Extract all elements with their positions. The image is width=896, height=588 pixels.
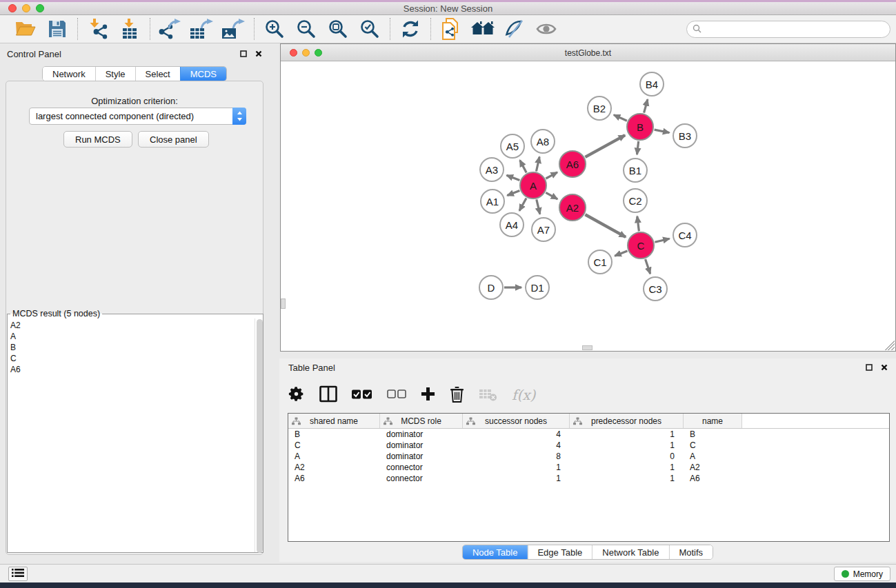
graph-node-A7[interactable]: A7 xyxy=(531,217,556,242)
table-row[interactable]: A6connector11A6 xyxy=(288,473,889,484)
graph-node-C1[interactable]: C1 xyxy=(588,250,613,274)
table-row[interactable]: A2connector11A2 xyxy=(288,462,889,473)
graph-node-B[interactable]: B xyxy=(626,113,654,141)
network-window-titlebar[interactable]: testGlobe.txt xyxy=(281,44,895,61)
mcds-result-item[interactable]: B xyxy=(10,342,255,353)
network-document-button[interactable] xyxy=(438,17,464,41)
scrollbar-thumb[interactable] xyxy=(257,319,263,553)
search-box[interactable] xyxy=(686,21,890,38)
memory-status-icon xyxy=(842,570,849,578)
task-history-button[interactable] xyxy=(8,567,28,581)
mcds-result-scrollbar[interactable] xyxy=(255,318,263,552)
add-column-icon xyxy=(421,387,435,403)
graph-node-A[interactable]: A xyxy=(519,172,547,199)
mcds-result-item[interactable]: C xyxy=(10,353,255,364)
table-row[interactable]: Cdominator41C xyxy=(288,440,889,451)
criterion-select[interactable]: largest connected component (directed) xyxy=(29,108,246,125)
zoom-in-button[interactable] xyxy=(261,17,288,41)
graph-node-B1[interactable]: B1 xyxy=(623,158,648,183)
close-panel-button[interactable]: Close panel xyxy=(138,131,209,148)
network-vertical-scrollbar-thumb[interactable] xyxy=(281,298,286,309)
table-row[interactable]: Bdominator41B xyxy=(288,429,889,440)
graph-node-A1[interactable]: A1 xyxy=(480,189,505,214)
delete-table-icon xyxy=(479,387,497,403)
graph-node-A3[interactable]: A3 xyxy=(479,157,504,182)
search-input[interactable] xyxy=(701,23,890,37)
float-panel-icon[interactable] xyxy=(239,49,248,59)
home-button[interactable] xyxy=(470,17,496,41)
column-header-MCDS-role[interactable]: MCDS role xyxy=(380,414,463,428)
graph-node-A8[interactable]: A8 xyxy=(530,129,555,154)
tab-motifs[interactable]: Motifs xyxy=(668,545,713,559)
graph-node-A6[interactable]: A6 xyxy=(559,150,586,178)
tab-edge-table[interactable]: Edge Table xyxy=(527,545,592,559)
graph-node-A2[interactable]: A2 xyxy=(559,194,586,221)
network-canvas[interactable]: B4B2BB3A5A8A6A3B1AA1C2A2A4A7CC4C1C3DD1 xyxy=(281,61,895,351)
column-layout-button[interactable] xyxy=(319,384,337,406)
column-header-predecessor-nodes[interactable]: predecessor nodes xyxy=(570,414,684,428)
network-horizontal-scrollbar-thumb[interactable] xyxy=(582,345,593,350)
mcds-result-list[interactable]: A2ABCA6 xyxy=(8,318,255,552)
open-file-button[interactable] xyxy=(12,17,39,41)
close-panel-icon[interactable] xyxy=(254,49,263,59)
table-cell: dominator xyxy=(380,429,463,440)
settings-gear-button[interactable] xyxy=(288,384,305,406)
graph-node-B4[interactable]: B4 xyxy=(639,72,664,97)
mcds-result-item[interactable]: A2 xyxy=(10,320,255,331)
export-image-icon xyxy=(222,19,246,39)
zoom-out-icon xyxy=(296,19,317,39)
run-mcds-button[interactable]: Run MCDS xyxy=(63,131,132,148)
memory-button[interactable]: Memory xyxy=(834,567,890,581)
export-network-icon xyxy=(159,19,182,39)
graph-node-D[interactable]: D xyxy=(479,275,504,300)
graph-node-A4[interactable]: A4 xyxy=(499,212,524,237)
mcds-result-item[interactable]: A6 xyxy=(10,364,255,375)
refresh-button[interactable] xyxy=(397,17,424,41)
toolbar-group xyxy=(390,17,430,41)
table-cell: A2 xyxy=(684,462,742,473)
export-image-button[interactable] xyxy=(221,17,247,41)
tab-network[interactable]: Network xyxy=(43,67,95,81)
tab-mcds[interactable]: MCDS xyxy=(180,67,226,81)
tab-style[interactable]: Style xyxy=(95,67,135,81)
tab-select[interactable]: Select xyxy=(135,67,180,81)
table-row[interactable]: Adominator80A xyxy=(288,451,889,462)
save-session-button[interactable] xyxy=(44,17,70,41)
graph-node-D1[interactable]: D1 xyxy=(525,275,550,300)
import-network-button[interactable] xyxy=(85,17,111,41)
tab-node-table[interactable]: Node Table xyxy=(463,545,528,559)
zoom-fit-button[interactable] xyxy=(325,17,351,41)
select-all-button[interactable] xyxy=(352,384,372,406)
table-cell: 1 xyxy=(570,473,684,484)
close-table-panel-icon[interactable] xyxy=(879,363,889,372)
column-header-shared-name[interactable]: shared name xyxy=(288,414,380,428)
table-cell: A xyxy=(288,451,380,462)
toolbar-group xyxy=(6,17,77,41)
column-header-successor-nodes[interactable]: successor nodes xyxy=(463,414,570,428)
mcds-result-title: MCDS result (5 nodes) xyxy=(10,309,102,318)
deselect-all-button[interactable] xyxy=(387,384,406,406)
tab-network-table[interactable]: Network Table xyxy=(592,545,668,559)
node-table[interactable]: shared nameMCDS rolesuccessor nodesprede… xyxy=(288,413,890,542)
graph-node-C2[interactable]: C2 xyxy=(623,188,648,213)
export-table-button[interactable] xyxy=(189,17,215,41)
graph-node-B3[interactable]: B3 xyxy=(673,123,697,148)
graph-node-A5[interactable]: A5 xyxy=(500,134,525,159)
table-cell: 1 xyxy=(570,429,684,440)
zoom-selected-button[interactable] xyxy=(357,17,383,41)
import-table-button[interactable] xyxy=(117,17,143,41)
window-resize-grip[interactable] xyxy=(885,341,895,350)
mcds-result-item[interactable]: A xyxy=(10,331,255,342)
graph-node-C4[interactable]: C4 xyxy=(673,223,697,247)
add-column-button[interactable] xyxy=(421,384,435,406)
graph-node-C[interactable]: C xyxy=(627,232,655,259)
export-network-button[interactable] xyxy=(157,17,183,41)
graph-node-C3[interactable]: C3 xyxy=(643,276,668,301)
visibility-off-button[interactable] xyxy=(501,17,528,41)
delete-column-button[interactable] xyxy=(450,384,464,406)
graph-node-B2[interactable]: B2 xyxy=(587,96,612,121)
visibility-button[interactable] xyxy=(533,17,559,41)
column-header-name[interactable]: name xyxy=(684,414,742,428)
zoom-out-button[interactable] xyxy=(293,17,319,41)
float-table-panel-icon[interactable] xyxy=(864,363,874,372)
